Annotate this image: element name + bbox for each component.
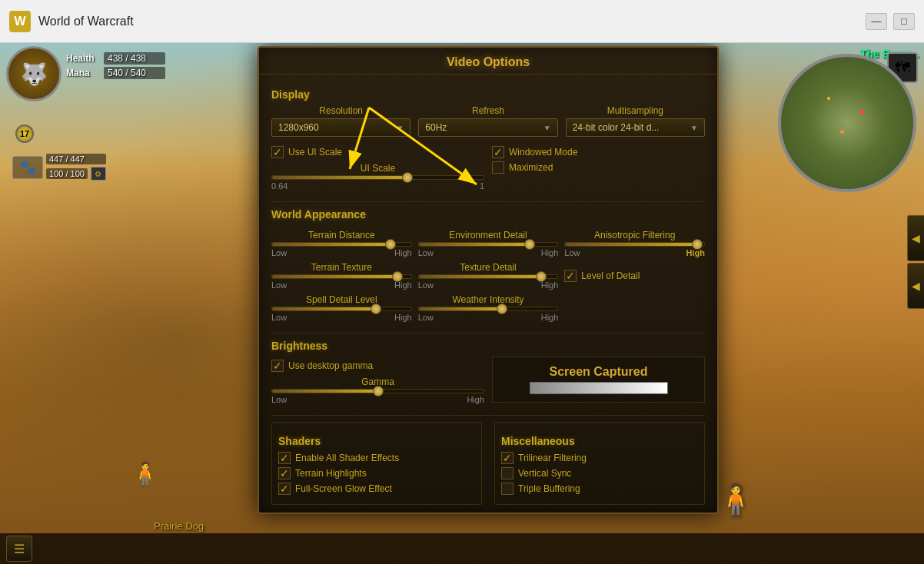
anisotropic-thumb[interactable]	[692, 239, 703, 250]
video-options-dialog: Video Options Display Resolution 1280x96…	[258, 46, 719, 514]
maximized-checkbox[interactable]	[492, 161, 504, 174]
wa-col1: Terrain Distance Low High Terrain Textur…	[271, 225, 412, 327]
shaders-title: Shaders	[278, 435, 475, 447]
ed-high: High	[541, 248, 559, 257]
level-of-detail-checkbox[interactable]: ✓	[564, 270, 577, 282]
menu-button[interactable]: ☰	[6, 536, 32, 562]
spell-detail-thumb[interactable]	[371, 304, 381, 314]
environment-detail-labels: Low High	[418, 248, 559, 257]
weather-intensity-labels: Low High	[418, 313, 559, 322]
divider-2	[271, 333, 705, 333]
brightness-right: Screen Captured	[492, 357, 705, 409]
multisampling-label: Multisampling	[566, 105, 705, 116]
refresh-dropdown[interactable]: 60Hz ▼	[418, 118, 557, 137]
world-appearance-grid: Terrain Distance Low High Terrain Textur…	[271, 225, 705, 327]
spell-detail-labels: Low High	[271, 313, 412, 322]
anisotropic-section: Anisotropic Filtering Low High	[564, 230, 705, 257]
enable-shaders-label: Enable All Shader Effects	[295, 453, 399, 463]
ed-low: Low	[418, 248, 434, 257]
screen-captured-text: Screen Captured	[549, 365, 647, 379]
resolution-field: Resolution 1280x960 ▼	[271, 105, 410, 137]
mana-label: Mana	[66, 68, 101, 78]
minimize-button[interactable]: —	[866, 13, 887, 30]
terrain-highlights-checkbox[interactable]: ✓	[278, 467, 291, 479]
refresh-field: Refresh 60Hz ▼	[418, 105, 557, 137]
sd-high: High	[394, 313, 412, 322]
weather-intensity-label: Weather Intensity	[418, 294, 559, 305]
terrain-distance-track	[271, 242, 412, 247]
maximize-button[interactable]: □	[893, 13, 915, 30]
trilinear-checkbox[interactable]: ✓	[501, 452, 514, 464]
avatar: 🐺	[6, 46, 61, 101]
enable-shaders-row: ✓ Enable All Shader Effects	[278, 452, 475, 464]
windowed-group: ✓ Windowed Mode Maximized	[492, 143, 705, 195]
pet-area: 🐾 447 / 447 100 / 100 ⚙	[12, 154, 106, 181]
triple-buffering-label: Triple Buffering	[518, 483, 580, 494]
environment-detail-section: Environment Detail Low High	[418, 230, 559, 257]
resolution-label: Resolution	[271, 105, 410, 116]
dialog-title: Video Options	[447, 55, 530, 68]
weather-intensity-fill	[419, 307, 502, 310]
environment-detail-track	[418, 242, 559, 247]
ui-scale-labels: 0.64 1	[271, 181, 484, 191]
terrain-distance-thumb[interactable]	[385, 239, 396, 250]
weather-intensity-track	[418, 307, 559, 311]
use-ui-scale-checkbox-row: ✓ Use UI Scale	[271, 146, 484, 158]
use-desktop-gamma-label: Use desktop gamma	[288, 360, 373, 371]
resolution-dropdown[interactable]: 1280x960 ▼	[271, 118, 410, 137]
fullscreen-glow-checkbox[interactable]: ✓	[278, 483, 291, 495]
side-btn-1[interactable]: ◀	[907, 215, 924, 261]
triple-buffering-checkbox[interactable]	[501, 483, 514, 495]
gamma-high: High	[467, 395, 484, 404]
bottom-2col: Shaders ✓ Enable All Shader Effects ✓ Te…	[271, 422, 705, 505]
terrain-texture-section: Terrain Texture Low High	[271, 262, 412, 290]
weather-intensity-thumb[interactable]	[497, 304, 507, 314]
anisotropic-label: Anisotropic Filtering	[564, 230, 705, 241]
terrain-texture-label: Terrain Texture	[271, 262, 412, 273]
fullscreen-glow-label: Full-Screen Glow Effect	[295, 483, 392, 494]
gamma-slider-section: Gamma Low High	[271, 377, 484, 404]
pet-bar2: 100 / 100	[46, 168, 88, 179]
dialog-header: Video Options	[259, 48, 717, 75]
texture-detail-thumb[interactable]	[536, 271, 547, 282]
misc-title: Miscellaneous	[501, 435, 698, 447]
titlebar: W World of Warcraft — □	[0, 0, 924, 43]
af-low: Low	[564, 248, 580, 257]
terrain-texture-thumb[interactable]	[392, 271, 403, 282]
wa-col3: Anisotropic Filtering Low High ✓ Level o…	[564, 225, 705, 327]
spell-detail-track	[271, 307, 412, 311]
use-desktop-gamma-checkbox[interactable]: ✓	[271, 360, 284, 372]
misc-section: Miscellaneous ✓ Trilinear Filtering Vert…	[494, 422, 705, 505]
texture-detail-track	[418, 274, 559, 279]
ui-scale-fill	[272, 176, 407, 179]
gamma-fill	[272, 390, 378, 393]
gamma-thumb[interactable]	[373, 386, 384, 396]
multisampling-dropdown[interactable]: 24-bit color 24-bit d... ▼	[566, 118, 705, 137]
refresh-label: Refresh	[418, 105, 557, 116]
ui-scale-thumb[interactable]	[402, 172, 413, 183]
multisampling-arrow: ▼	[690, 124, 698, 132]
td-high: High	[394, 248, 412, 257]
environment-detail-thumb[interactable]	[524, 239, 535, 250]
anisotropic-fill	[565, 243, 697, 246]
mana-value: 540 / 540	[104, 67, 165, 79]
zone-label: Prairie Dog	[154, 520, 204, 532]
window-title: World of Warcraft	[38, 15, 866, 28]
level-of-detail-row: ✓ Level of Detail	[564, 270, 705, 282]
app-icon: W	[9, 11, 31, 32]
minimap-frame	[778, 54, 916, 192]
brightness-row: ✓ Use desktop gamma Gamma Low High	[271, 357, 705, 409]
texture-detail-section: Texture Detail Low High	[418, 262, 559, 290]
brightness-left: ✓ Use desktop gamma Gamma Low High	[271, 357, 484, 409]
side-btn-2[interactable]: ◀	[907, 263, 924, 309]
windowed-mode-checkbox[interactable]: ✓	[492, 146, 504, 158]
ui-scale-slider-label: UI Scale	[271, 163, 484, 174]
enable-shaders-checkbox[interactable]: ✓	[278, 452, 291, 464]
windowed-mode-label: Windowed Mode	[509, 147, 577, 158]
anisotropic-track	[564, 242, 705, 247]
use-ui-scale-checkbox[interactable]: ✓	[271, 146, 284, 158]
bottom-action-bar: ☰	[0, 533, 924, 564]
vsync-checkbox[interactable]	[501, 467, 514, 479]
terrain-distance-section: Terrain Distance Low High	[271, 230, 412, 257]
vsync-label: Vertical Sync	[518, 468, 571, 479]
